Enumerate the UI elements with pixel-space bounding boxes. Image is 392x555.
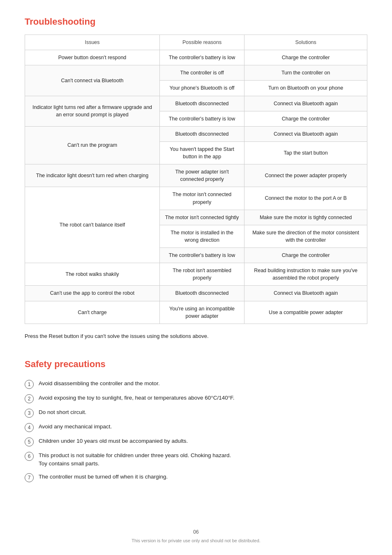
solution-cell: Use a compatible power adapter [244,301,367,324]
safety-text: This product is not suitable for childre… [39,451,367,468]
table-row: Can't connect via BluetoothThe controlle… [25,65,367,81]
safety-number: 4 [25,423,34,432]
solution-cell: Charge the controller [244,248,367,263]
reason-cell: The controller's battery is low [159,50,244,65]
safety-text: Do not short circuit. [39,408,367,416]
disclaimer: This version is for private use only and… [131,538,261,543]
safety-number: 2 [25,394,34,403]
reason-cell: The motor is installed in the wrong dire… [159,225,244,247]
issue-cell: The robot walks shakily [25,263,160,286]
table-row: Can't use the app to control the robotBl… [25,286,367,301]
reason-cell: Bluetooth disconnected [159,96,244,111]
table-row: Can't run the programBluetooth disconnec… [25,126,367,141]
safety-title: Safety precautions [25,359,367,370]
safety-list: 1Avoid disassembling the controller and … [25,379,367,483]
solution-cell: Connect the motor to the port A or B [244,187,367,210]
reason-cell: Bluetooth disconnected [159,126,244,141]
table-row: The indicator light doesn't turn red whe… [25,164,367,187]
reset-note: Press the Reset button if you can't solv… [25,333,367,339]
reason-cell: The motor isn't connected tightly [159,210,244,225]
solution-cell: Connect via Bluetooth again [244,126,367,141]
footer: 06 This version is for private use only … [0,529,392,543]
safety-text: Avoid any mechanical impact. [39,423,367,431]
safety-number: 7 [25,473,34,482]
solution-cell: Make sure the direction of the motor con… [244,225,367,247]
issue-cell: The indicator light doesn't turn red whe… [25,164,160,187]
reason-cell: You're using an incompatible power adapt… [159,301,244,324]
issue-cell: The robot can't balance itself [25,187,160,263]
reason-cell: The controller's battery is low [159,248,244,263]
table-row: Can't chargeYou're using an incompatible… [25,301,367,324]
col-header-reasons: Possible reasons [159,35,244,50]
issue-cell: Power button doesn't respond [25,50,160,65]
solution-cell: Make sure the motor is tightly connected [244,210,367,225]
reason-cell: The power adapter isn't connected proper… [159,164,244,187]
issue-cell: Can't run the program [25,126,160,164]
solution-cell: Read building instruction to make sure y… [244,263,367,286]
list-item: 1Avoid disassembling the controller and … [25,379,367,389]
solution-cell: Turn on Bluetooth on your phone [244,81,367,96]
list-item: 7The controller must be turned off when … [25,473,367,482]
reason-cell: The controller is off [159,65,244,81]
solution-cell: Tap the start button [244,141,367,164]
table-row: The robot walks shakilyThe robot isn't a… [25,263,367,286]
col-header-issues: Issues [25,35,160,50]
solution-cell: Connect the power adapter properly [244,164,367,187]
table-row: The robot can't balance itselfThe motor … [25,187,367,210]
list-item: 4Avoid any mechanical impact. [25,423,367,432]
issue-cell: Can't use the app to control the robot [25,286,160,301]
issue-cell: Can't connect via Bluetooth [25,65,160,96]
solution-cell: Charge the controller [244,50,367,65]
table-row: Indicator light turns red after a firmwa… [25,96,367,111]
troubleshooting-table: Issues Possible reasons Solutions Power … [25,35,367,324]
page-number: 06 [0,529,392,535]
reason-cell: The motor isn't connected properly [159,187,244,210]
safety-text: The controller must be turned off when i… [39,473,367,481]
solution-cell: Charge the controller [244,111,367,126]
reason-cell: Your phone's Bluetooth is off [159,81,244,96]
safety-number: 5 [25,437,34,446]
reason-cell: The controller's battery is low [159,111,244,126]
list-item: 6This product is not suitable for childr… [25,451,367,468]
troubleshooting-title: Troubleshooting [25,16,367,27]
safety-text: Avoid exposing the toy to sunlight, fire… [39,394,367,402]
col-header-solutions: Solutions [244,35,367,50]
solution-cell: Connect via Bluetooth again [244,286,367,301]
safety-number: 1 [25,380,34,389]
issue-cell: Can't charge [25,301,160,324]
solution-cell: Turn the controller on [244,65,367,81]
reason-cell: You haven't tapped the Start button in t… [159,141,244,164]
safety-text: Children under 10 years old must be acco… [39,437,367,445]
safety-number: 3 [25,409,34,418]
issue-cell: Indicator light turns red after a firmwa… [25,96,160,126]
list-item: 3Do not short circuit. [25,408,367,418]
list-item: 5Children under 10 years old must be acc… [25,437,367,446]
reason-cell: Bluetooth disconnected [159,286,244,301]
reason-cell: The robot isn't assembled properly [159,263,244,286]
safety-text: Avoid disassembling the controller and t… [39,379,367,388]
table-row: Power button doesn't respondThe controll… [25,50,367,65]
safety-number: 6 [25,452,34,461]
solution-cell: Connect via Bluetooth again [244,96,367,111]
list-item: 2Avoid exposing the toy to sunlight, fir… [25,394,367,403]
